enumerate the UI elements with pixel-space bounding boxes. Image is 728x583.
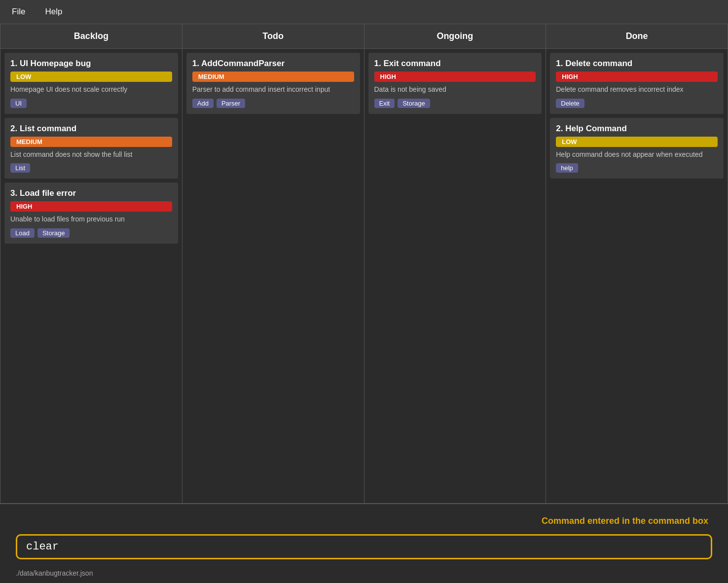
- tag-parser: Parser: [217, 99, 245, 108]
- column-body-ongoing: 1. Exit commandHIGHData is not being sav…: [364, 49, 546, 503]
- column-done: Done1. Delete commandHIGHDelete command …: [546, 24, 728, 503]
- card-description-done-1: Delete command removes incorrect index: [556, 85, 718, 95]
- card-priority-done-1: HIGH: [556, 72, 718, 82]
- tag-list: List: [10, 163, 30, 173]
- card-priority-backlog-2: MEDIUM: [10, 137, 172, 147]
- tag-help: help: [556, 163, 578, 173]
- status-bar: ./data/kanbugtracker.json: [16, 567, 712, 577]
- card-priority-ongoing-1: HIGH: [374, 72, 536, 82]
- card-description-backlog-3: Unable to load files from previous run: [10, 215, 172, 224]
- card-title-backlog-1: 1. UI Homepage bug: [10, 59, 172, 69]
- tag-exit: Exit: [374, 99, 395, 108]
- card-tags-backlog-3: LoadStorage: [10, 228, 172, 238]
- command-hint: Command entered in the command box: [16, 516, 712, 526]
- column-body-todo: 1. AddCommandParserMEDIUMParser to add c…: [182, 49, 364, 503]
- column-header-done: Done: [546, 24, 728, 49]
- bottom-section: Command entered in the command box ./dat…: [0, 504, 728, 583]
- card-description-backlog-1: Homepage UI does not scale correctly: [10, 85, 172, 95]
- card-priority-todo-1: MEDIUM: [192, 72, 354, 82]
- tag-load: Load: [10, 228, 35, 238]
- column-backlog: Backlog1. UI Homepage bugLOWHomepage UI …: [0, 24, 182, 503]
- tag-storage: Storage: [398, 99, 430, 108]
- card-ongoing-1[interactable]: 1. Exit commandHIGHData is not being sav…: [368, 53, 542, 114]
- tag-ui: UI: [10, 99, 27, 108]
- menu-file[interactable]: File: [8, 5, 29, 19]
- column-body-backlog: 1. UI Homepage bugLOWHomepage UI does no…: [0, 49, 182, 503]
- column-header-todo: Todo: [182, 24, 364, 49]
- card-description-ongoing-1: Data is not being saved: [374, 85, 536, 95]
- card-priority-done-2: LOW: [556, 137, 718, 147]
- card-priority-backlog-3: HIGH: [10, 201, 172, 212]
- card-description-backlog-2: List command does not show the full list: [10, 150, 172, 160]
- card-description-done-2: Help command does not appear when execut…: [556, 150, 718, 160]
- menubar: File Help: [0, 0, 728, 24]
- card-tags-done-2: help: [556, 163, 718, 173]
- command-input-wrapper: [16, 534, 712, 559]
- command-input[interactable]: [26, 541, 702, 553]
- card-title-backlog-3: 3. Load file error: [10, 188, 172, 198]
- card-done-1[interactable]: 1. Delete commandHIGHDelete command remo…: [550, 53, 724, 114]
- card-title-todo-1: 1. AddCommandParser: [192, 59, 354, 69]
- column-body-done: 1. Delete commandHIGHDelete command remo…: [546, 49, 728, 503]
- card-title-done-2: 2. Help Command: [556, 124, 718, 134]
- column-todo: Todo1. AddCommandParserMEDIUMParser to a…: [182, 24, 364, 503]
- card-todo-1[interactable]: 1. AddCommandParserMEDIUMParser to add c…: [186, 53, 360, 114]
- tag-storage: Storage: [37, 228, 70, 238]
- card-done-2[interactable]: 2. Help CommandLOWHelp command does not …: [550, 118, 724, 179]
- card-priority-backlog-1: LOW: [10, 72, 172, 82]
- menu-help[interactable]: Help: [41, 5, 66, 19]
- card-backlog-3[interactable]: 3. Load file errorHIGHUnable to load fil…: [4, 182, 178, 244]
- card-tags-ongoing-1: ExitStorage: [374, 99, 536, 108]
- card-title-done-1: 1. Delete command: [556, 59, 718, 69]
- card-tags-backlog-1: UI: [10, 99, 172, 108]
- tag-add: Add: [192, 99, 214, 108]
- column-ongoing: Ongoing1. Exit commandHIGHData is not be…: [364, 24, 546, 503]
- card-title-backlog-2: 2. List command: [10, 124, 172, 134]
- card-tags-done-1: Delete: [556, 99, 718, 108]
- column-header-backlog: Backlog: [0, 24, 182, 49]
- card-backlog-1[interactable]: 1. UI Homepage bugLOWHomepage UI does no…: [4, 53, 178, 114]
- card-tags-todo-1: AddParser: [192, 99, 354, 108]
- card-tags-backlog-2: List: [10, 163, 172, 173]
- kanban-board: Backlog1. UI Homepage bugLOWHomepage UI …: [0, 24, 728, 504]
- tag-delete: Delete: [556, 99, 584, 108]
- card-title-ongoing-1: 1. Exit command: [374, 59, 536, 69]
- column-header-ongoing: Ongoing: [364, 24, 546, 49]
- card-description-todo-1: Parser to add command insert incorrect i…: [192, 85, 354, 95]
- card-backlog-2[interactable]: 2. List commandMEDIUMList command does n…: [4, 118, 178, 179]
